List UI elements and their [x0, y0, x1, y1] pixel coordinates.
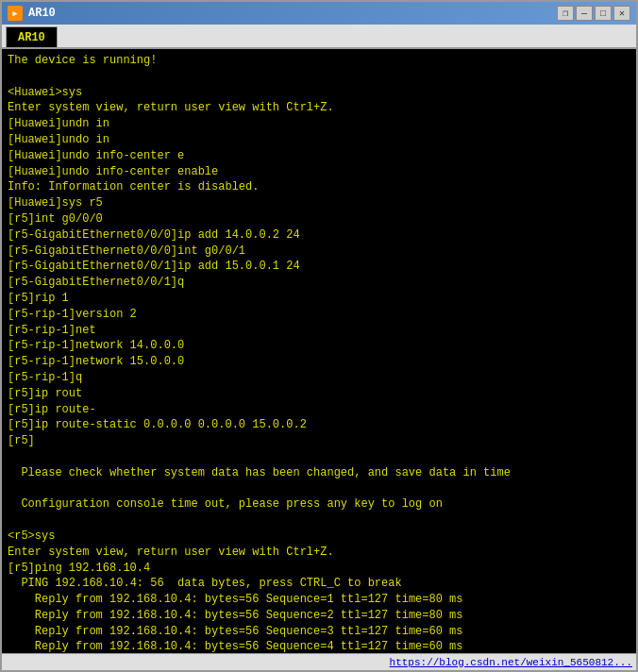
app-icon: ▶ [8, 6, 23, 21]
status-bar: https://blog.csdn.net/weixin_5650812... [2, 653, 636, 670]
terminal-output[interactable]: The device is running! <Huawei>sys Enter… [2, 49, 636, 653]
close-button[interactable]: ✕ [613, 6, 630, 21]
window-controls: ❐ — □ ✕ [557, 6, 630, 21]
status-link[interactable]: https://blog.csdn.net/weixin_5650812... [390, 657, 632, 668]
maximize-button[interactable]: □ [595, 6, 612, 21]
restore-button[interactable]: ❐ [557, 6, 574, 21]
title-bar: ▶ AR10 ❐ — □ ✕ [2, 2, 636, 25]
tab-ar10[interactable]: AR10 [6, 26, 58, 47]
title-bar-left: ▶ AR10 [8, 6, 56, 21]
terminal-text: The device is running! <Huawei>sys Enter… [8, 53, 630, 653]
window-title: AR10 [28, 7, 56, 20]
minimize-button[interactable]: — [576, 6, 593, 21]
tab-bar: AR10 [2, 25, 636, 49]
main-window: ▶ AR10 ❐ — □ ✕ AR10 The device is runnin… [0, 0, 638, 672]
